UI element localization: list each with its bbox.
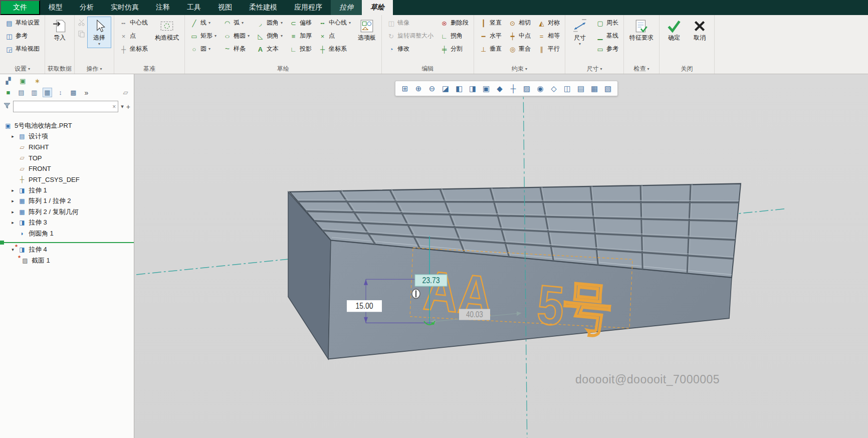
sketch-text-5hao[interactable]: 5号	[535, 273, 613, 342]
graphics-viewport[interactable]: AA 5号 15.00 23.73	[134, 74, 868, 438]
tree-list-icon[interactable]: ▤	[17, 88, 26, 97]
clear-filter-icon[interactable]: ×	[112, 103, 116, 110]
chevron-down-icon[interactable]: ▾	[242, 21, 244, 25]
sketch-setup-button[interactable]: ▤ 草绘设置	[3, 17, 42, 30]
cancel-button[interactable]: 取消	[688, 17, 712, 43]
tree-row-right-plane[interactable]: ▱ RIGHT	[0, 142, 134, 153]
ribbon-group-label-inspect[interactable]: 检查▾	[626, 64, 657, 74]
zoom-refit-icon[interactable]: ⊞	[398, 82, 411, 95]
datum-centerline-button[interactable]: ╍ 中心线	[117, 17, 150, 30]
tab-live-simulation[interactable]: 实时仿真	[102, 0, 147, 15]
tab-view[interactable]: 视图	[209, 0, 241, 15]
scene-setup-icon[interactable]: ◆	[493, 82, 506, 95]
constraint-coincident-button[interactable]: ◎ 重合	[506, 43, 533, 56]
dim-height-value[interactable]: 15.00	[355, 301, 373, 310]
dimension-button[interactable]: 尺寸 ▾	[568, 17, 592, 48]
tree-options-icon[interactable]: ▞	[4, 76, 13, 86]
chamfer-tool-button[interactable]: ◺ 倒角 ▾	[254, 30, 285, 43]
insert-here-indicator[interactable]	[0, 242, 134, 243]
tree-row-section-1[interactable]: ▨* 截面 1	[0, 255, 134, 266]
tree-row-front-plane[interactable]: ▱ FRONT	[0, 163, 134, 174]
tree-row-round-1[interactable]: ◗ 倒圆角 1	[0, 228, 134, 239]
offset-tool-button[interactable]: ⊂ 偏移	[287, 17, 314, 30]
new-annotation-icon[interactable]: ▣	[18, 76, 28, 86]
tree-row-design-items[interactable]: ▸ ▤ 设计项	[0, 131, 134, 142]
tree-row-extrude-1[interactable]: ▸ ◨ 拉伸 1	[0, 185, 134, 196]
expand-arrow-icon[interactable]: ▸	[10, 188, 16, 193]
chevron-down-icon[interactable]: ▾	[208, 21, 210, 25]
construction-mode-button[interactable]: 构造模式	[152, 17, 182, 43]
file-menu-button[interactable]: 文件	[0, 0, 40, 15]
thicken-tool-button[interactable]: ≡ 加厚	[287, 30, 314, 43]
tree-document-icon[interactable]: ▱	[121, 88, 130, 97]
shaded-with-edges-icon[interactable]: ◨	[466, 82, 479, 95]
ribbon-group-label-constrain[interactable]: 约束▾	[477, 64, 562, 74]
paste-icon[interactable]	[77, 30, 86, 38]
active-model-icon[interactable]: ■	[4, 88, 13, 97]
project-tool-button[interactable]: ∟ 投影	[287, 43, 314, 56]
tab-analysis[interactable]: 分析	[71, 0, 102, 15]
datum-display-icon[interactable]: ┼	[507, 82, 520, 95]
sketch-view-button[interactable]: ◲ 草绘视图	[3, 43, 42, 56]
enhanced-realism-icon[interactable]: ▣	[480, 82, 493, 95]
palette-button[interactable]: 选项板	[355, 17, 379, 43]
dim-width-value[interactable]: 40.03	[466, 310, 483, 319]
view-filters-icon[interactable]: ▧	[601, 82, 614, 95]
ribbon-group-label-dimension[interactable]: 尺寸▾	[568, 64, 621, 74]
favorites-icon[interactable]: ∗	[33, 76, 42, 86]
tree-row-part[interactable]: ▣ 5号电池收纳盒.PRT	[0, 120, 134, 131]
tab-flexible-modeling[interactable]: 柔性建模	[241, 0, 286, 15]
fillet-tool-button[interactable]: ◞ 圆角 ▾	[254, 17, 285, 30]
expand-arrow-icon[interactable]: ▸	[10, 134, 16, 139]
ribbon-group-label-operations[interactable]: 操作▾	[77, 64, 111, 74]
view-manager-icon[interactable]: ▦	[588, 82, 601, 95]
tree-row-top-plane[interactable]: ▱ TOP	[0, 153, 134, 164]
filter-dropdown-icon[interactable]: ▾	[121, 103, 124, 110]
tree-row-pattern-1[interactable]: ▸ ▦ 阵列 1 / 拉伸 2	[0, 196, 134, 207]
expand-arrow-icon[interactable]: ▸	[10, 209, 16, 214]
constraint-tangent-button[interactable]: ⊙ 相切	[506, 17, 533, 30]
expand-arrow-icon[interactable]: ▸	[10, 198, 16, 203]
ribbon-group-label-settings[interactable]: 设置▾	[3, 64, 42, 74]
add-filter-icon[interactable]: +	[126, 103, 130, 111]
divide-button[interactable]: ╪ 分割	[438, 43, 471, 56]
chevron-down-icon[interactable]: ▾	[214, 34, 216, 38]
sketch-csys-button[interactable]: ┼ 坐标系	[316, 43, 353, 56]
annotation-display-icon[interactable]: ▨	[520, 82, 533, 95]
tree-detail-icon[interactable]: ▥	[30, 88, 39, 97]
datum-point-button[interactable]: × 点	[117, 30, 150, 43]
references-button[interactable]: ◫ 参考	[3, 30, 42, 43]
sort-icon[interactable]: ↕	[56, 88, 65, 97]
chevron-down-icon[interactable]: ▾	[579, 42, 581, 46]
baseline-button[interactable]: ▁ 基线	[593, 30, 621, 43]
chevron-down-icon[interactable]: ▾	[349, 21, 351, 25]
toolbar-overflow-button[interactable]: »	[82, 88, 91, 97]
expand-arrow-icon[interactable]: ▸	[10, 220, 16, 225]
dim-selected-value[interactable]: 23.73	[422, 276, 440, 285]
section-icon[interactable]: ◫	[561, 82, 574, 95]
constraint-symmetric-button[interactable]: ◭ 对称	[535, 17, 562, 30]
tree-row-extrude-3[interactable]: ▸ ◨ 拉伸 3	[0, 217, 134, 229]
chevron-down-icon[interactable]: ▾	[248, 34, 250, 38]
circle-tool-button[interactable]: ○ 圆 ▾	[187, 43, 219, 56]
tab-model[interactable]: 模型	[40, 0, 71, 15]
constraint-perpendicular-button[interactable]: ⊥ 垂直	[477, 43, 504, 56]
modify-button[interactable]: ◔ 修改	[384, 43, 436, 56]
rectangle-tool-button[interactable]: ▭ 矩形 ▾	[187, 30, 219, 43]
cut-icon[interactable]	[77, 18, 86, 27]
reference-dimension-button[interactable]: ▭ 参考	[593, 43, 621, 56]
tree-row-pattern-2[interactable]: ▸ ▦ 阵列 2 / 复制几何	[0, 206, 134, 217]
perimeter-button[interactable]: ▢ 周长	[593, 17, 621, 30]
tab-applications[interactable]: 应用程序	[286, 0, 331, 15]
tree-columns-icon[interactable]: ▦	[43, 88, 52, 97]
text-tool-button[interactable]: A 文本	[254, 43, 285, 56]
rotate-resize-button[interactable]: ↻ 旋转调整大小	[384, 30, 436, 43]
sketch-point-button[interactable]: × 点	[316, 30, 353, 43]
constraint-equal-button[interactable]: = 相等	[535, 30, 562, 43]
constraint-parallel-button[interactable]: ∥ 平行	[535, 43, 562, 56]
tab-extrude[interactable]: 拉伸	[331, 0, 362, 15]
zoom-in-icon[interactable]: ⊕	[412, 82, 425, 95]
ok-button[interactable]: 确定	[662, 17, 686, 43]
arc-tool-button[interactable]: ◠ 弧 ▾	[221, 17, 252, 30]
constraint-midpoint-button[interactable]: ┿ 中点	[506, 30, 533, 43]
